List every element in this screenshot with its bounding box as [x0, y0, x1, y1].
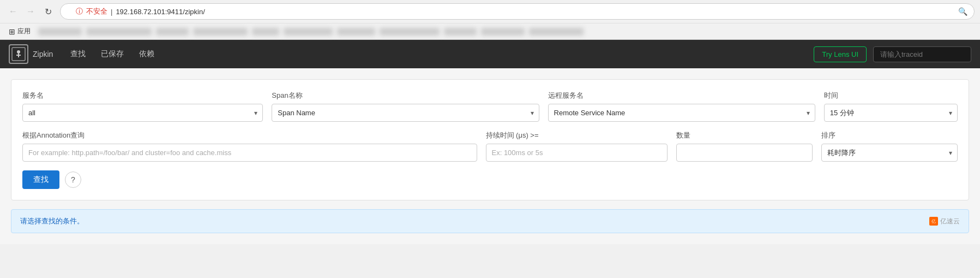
browser-chrome: ← → ↻ ⓘ 不安全 | 192.168.72.101:9411/zipkin… — [0, 0, 980, 40]
bookmark-blurred-11 — [529, 28, 584, 36]
span-name-label: Span名称 — [272, 91, 539, 100]
span-name-select[interactable]: Span Name — [272, 104, 539, 122]
insecure-label: 不安全 — [86, 7, 107, 16]
service-name-select[interactable]: all — [22, 104, 263, 122]
remote-service-group: 远程服务名 Remote Service Name — [548, 91, 815, 122]
time-select[interactable]: 15 分钟 — [824, 104, 958, 122]
span-name-select-wrapper: Span Name — [272, 104, 539, 122]
bookmark-blurred-5 — [252, 28, 279, 36]
form-row-1: 服务名 all Span名称 Span Name 远程服务名 — [22, 91, 958, 122]
service-name-group: 服务名 all — [22, 91, 263, 122]
help-icon: ? — [71, 175, 75, 184]
time-group: 时间 15 分钟 — [824, 91, 958, 122]
annotation-label: 根据Annotation查询 — [22, 131, 477, 140]
duration-label: 持续时间 (μs) >= — [486, 131, 668, 140]
sort-select[interactable]: 耗时降序 — [821, 144, 958, 162]
zipkin-logo: Zipkin — [9, 44, 53, 64]
search-button[interactable]: 查找 — [22, 170, 59, 189]
bookmark-blurred-10 — [481, 28, 525, 36]
address-bar[interactable]: ⓘ 不安全 | 192.168.72.101:9411/zipkin/ 🔍 — [60, 3, 975, 20]
service-name-label: 服务名 — [22, 91, 263, 100]
time-select-wrapper: 15 分钟 — [824, 104, 958, 122]
span-name-group: Span名称 Span Name — [272, 91, 539, 122]
zipkin-logo-icon — [9, 44, 28, 64]
nav-links: 查找 已保存 依赖 — [64, 46, 161, 62]
bookmarks-bar: ⊞ 应用 — [0, 23, 980, 39]
sort-select-wrapper: 耗时降序 — [821, 144, 958, 162]
form-row-2: 根据Annotation查询 持续时间 (μs) >= 数量 10 排序 耗时降… — [22, 131, 958, 162]
duration-input[interactable] — [486, 144, 668, 162]
remote-service-select-wrapper: Remote Service Name — [548, 104, 815, 122]
bookmark-blurred-2 — [86, 28, 152, 36]
action-row: 查找 ? — [22, 170, 958, 189]
main-content: 服务名 all Span名称 Span Name 远程服务名 — [0, 68, 980, 244]
zipkin-brand: Zipkin — [33, 50, 53, 58]
service-name-select-wrapper: all — [22, 104, 263, 122]
nav-dependencies[interactable]: 依赖 — [133, 46, 161, 62]
insecure-icon: ⓘ — [76, 7, 83, 16]
remote-service-label: 远程服务名 — [548, 91, 815, 100]
apps-bookmark[interactable]: ⊞ 应用 — [5, 26, 34, 37]
apps-label: 应用 — [17, 27, 31, 36]
nav-buttons: ← → ↻ — [5, 4, 56, 19]
nav-saved[interactable]: 已保存 — [94, 46, 130, 62]
search-card: 服务名 all Span名称 Span Name 远程服务名 — [11, 79, 969, 200]
bookmark-blurred-3 — [156, 28, 189, 36]
time-label: 时间 — [824, 91, 958, 100]
remote-service-select[interactable]: Remote Service Name — [548, 104, 815, 122]
watermark-icon: 亿 — [929, 217, 938, 226]
app-nav: Zipkin 查找 已保存 依赖 Try Lens UI — [0, 40, 980, 68]
duration-group: 持续时间 (μs) >= — [486, 131, 668, 162]
traceid-input[interactable] — [873, 46, 971, 62]
watermark: 亿 亿速云 — [929, 217, 960, 226]
reload-button[interactable]: ↻ — [40, 4, 56, 19]
search-icon: 🔍 — [958, 7, 967, 16]
watermark-text: 亿速云 — [940, 217, 960, 226]
bookmark-blurred-4 — [193, 28, 248, 36]
annotation-group: 根据Annotation查询 — [22, 131, 477, 162]
sort-group: 排序 耗时降序 — [821, 131, 958, 162]
bookmark-blurred-8 — [380, 28, 440, 36]
forward-button[interactable]: → — [23, 4, 38, 19]
svg-point-1 — [17, 50, 20, 54]
count-label: 数量 — [676, 131, 813, 140]
bookmark-blurred-1 — [38, 28, 82, 36]
nav-search[interactable]: 查找 — [64, 46, 92, 62]
annotation-input[interactable] — [22, 144, 477, 162]
sort-label: 排序 — [821, 131, 958, 140]
bookmark-blurred-7 — [337, 28, 375, 36]
address-text: 192.168.72.101:9411/zipkin/ — [116, 8, 205, 16]
bookmark-blurred-9 — [444, 28, 477, 36]
apps-icon: ⊞ — [9, 27, 15, 36]
try-lens-button[interactable]: Try Lens UI — [814, 46, 867, 62]
count-input[interactable]: 10 — [676, 144, 813, 162]
back-button[interactable]: ← — [5, 4, 21, 19]
info-message: 请选择查找的条件。 — [20, 216, 84, 226]
info-bar: 请选择查找的条件。 亿 亿速云 — [11, 209, 969, 233]
count-group: 数量 10 — [676, 131, 813, 162]
browser-toolbar: ← → ↻ ⓘ 不安全 | 192.168.72.101:9411/zipkin… — [0, 0, 980, 23]
help-button[interactable]: ? — [65, 171, 81, 188]
bookmark-blurred-6 — [284, 28, 333, 36]
